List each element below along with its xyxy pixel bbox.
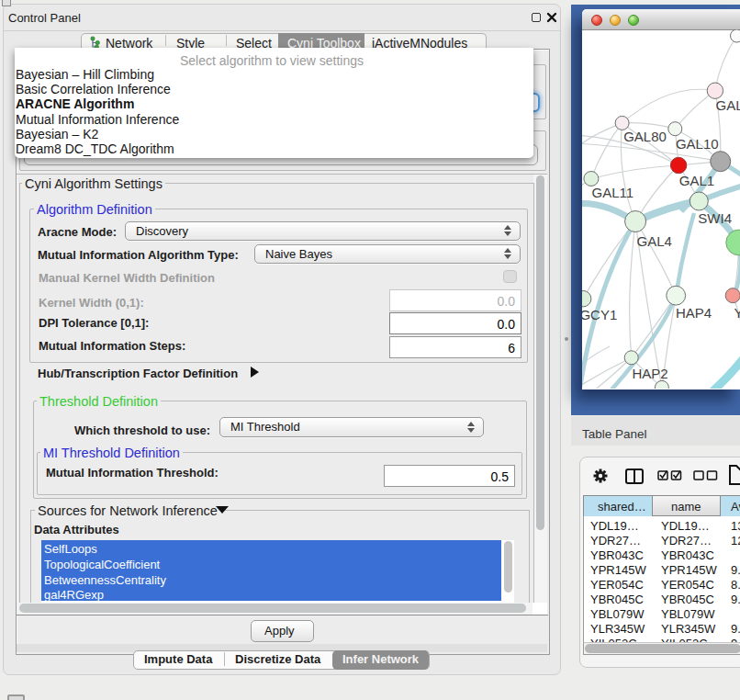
svg-text:HAP4: HAP4 (676, 305, 712, 321)
svg-text:GAL4: GAL4 (637, 233, 672, 249)
svg-text:SWI4: SWI4 (698, 210, 732, 226)
svg-text:GCY1: GCY1 (582, 307, 617, 322)
svg-text:GAL80: GAL80 (623, 129, 667, 144)
svg-text:GAL7: GAL7 (716, 97, 740, 113)
svg-text:GAL1: GAL1 (679, 173, 714, 188)
svg-text:GAL10: GAL10 (676, 136, 719, 152)
svg-text:YJL052: YJL052 (734, 305, 740, 321)
svg-text:GAL11: GAL11 (592, 185, 634, 200)
svg-text:HAP2: HAP2 (632, 366, 667, 381)
